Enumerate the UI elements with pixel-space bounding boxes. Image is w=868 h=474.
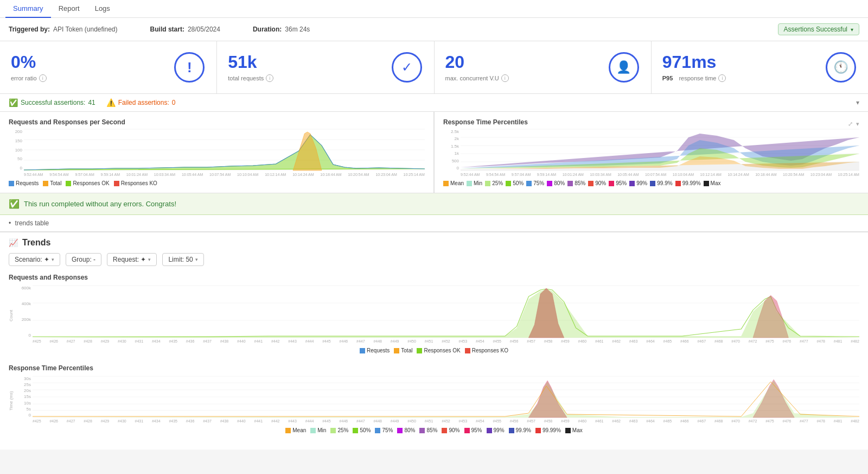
response-chart-title: Response Time Percentiles (9, 364, 859, 372)
metric-label-error: error ratio (11, 75, 37, 81)
limit-filter[interactable]: Limit: 50 ▾ (162, 253, 203, 266)
expand-icon[interactable]: ⤢ (848, 121, 853, 128)
requests-chart-title: Requests and Responses (9, 274, 859, 281)
failed-assertions: ⚠️ Failed assertions: 0 (106, 98, 176, 107)
trends-requests-chart: Requests and Responses Count 600k400k200… (9, 274, 859, 353)
info-icon-error[interactable]: i (39, 74, 47, 82)
right-chart-legend: Mean Min 25% 50% 75% 80% 85% 90% 95% 99%… (443, 180, 859, 186)
tab-summary[interactable]: Summary (5, 0, 51, 18)
metric-card-error-ratio: 0% error ratio i ! (0, 41, 217, 93)
metric-cards-row: 0% error ratio i ! 51k total requests i … (0, 41, 868, 94)
right-chart-y-axis: 2.5k2k1.5k1k5000 (443, 129, 461, 178)
req-legend: Requests Total Responses OK Responses KO (9, 347, 859, 353)
assertions-bar: ✅ Successful assertions: 41 ⚠️ Failed as… (0, 94, 868, 112)
failed-assertions-count: 0 (172, 99, 176, 106)
tab-report[interactable]: Report (51, 0, 87, 18)
right-chart-title: Response Time Percentiles (443, 118, 528, 126)
metric-card-response-time: 971ms P95 response time i 🕐 (652, 41, 868, 93)
chevron-down-icon: ▾ (851, 27, 853, 33)
checkmark-circle-icon: ✅ (9, 98, 18, 107)
chart-expand-icons: ⤢ ▾ (848, 121, 859, 128)
info-icon-requests[interactable]: i (266, 74, 273, 82)
assertions-expand-icon[interactable]: ▾ (856, 99, 859, 106)
rt-x-axis: #425#426#427#428#429#430#431#434#435#436… (33, 419, 859, 423)
metric-icon-requests: ✓ (391, 51, 423, 84)
assertions-badge[interactable]: Assertions Successful ▾ (778, 23, 859, 35)
left-chart-area: 9:52:44 AM9:54:54 AM9:57:04 AM9:59:14 AM… (24, 129, 425, 178)
metric-value-requests: 51k (228, 53, 273, 72)
duration: Duration: 36m 24s (253, 26, 310, 33)
metric-value-vu: 20 (445, 53, 509, 72)
tab-logs[interactable]: Logs (87, 0, 118, 18)
svg-marker-24 (33, 289, 859, 338)
group-filter[interactable]: Group: - (66, 253, 101, 266)
triggered-value: API Token (undefined) (53, 26, 118, 33)
success-banner: ✅ This run completed without any errors.… (0, 193, 868, 215)
clock-icon: 🕐 (826, 52, 856, 83)
time-y-label: Time (ms) (9, 376, 12, 425)
metric-label-response: response time (679, 75, 716, 81)
assertions-badge-text: Assertions Successful (784, 26, 847, 33)
info-bar: Triggered by: API Token (undefined) Buil… (0, 18, 868, 41)
build-start: Build start: 28/05/2024 (150, 26, 220, 33)
req-chart-area: #425#426#427#428#429#430#431#434#435#436… (33, 286, 859, 345)
successful-assertions: ✅ Successful assertions: 41 (9, 98, 95, 107)
successful-assertions-label: Successful assertions: (21, 99, 85, 106)
charts-row: Requests and Responses per Second 200150… (0, 112, 868, 193)
rt-chart-area: #425#426#427#428#429#430#431#434#435#436… (33, 376, 859, 425)
right-chart-x-axis: 9:52:44 AM9:54:54 AM9:57:04 AM9:59:14 AM… (461, 173, 859, 176)
successful-assertions-count: 41 (88, 99, 95, 106)
scenario-filter[interactable]: Scenario: ✦ ▾ (9, 253, 60, 266)
metric-card-vu: 20 max. concurrent V.U i 👤 (435, 41, 652, 93)
req-y-axis: 600k400k200k0 (13, 286, 33, 345)
rt-legend: Mean Min 25% 50% 75% 80% 85% 90% 95% 99%… (9, 427, 859, 433)
svg-marker-5 (24, 135, 425, 170)
info-icon-vu[interactable]: i (501, 74, 509, 82)
chart-chevron-icon[interactable]: ▾ (856, 121, 859, 128)
metric-sublabel-p95: P95 (662, 75, 673, 81)
success-message: This run completed without any errors. C… (24, 200, 176, 208)
request-filter[interactable]: Request: ✦ ▾ (107, 253, 157, 266)
metric-icon-response: 🕐 (825, 51, 857, 84)
metric-card-total-requests: 51k total requests i ✓ (217, 41, 434, 93)
trends-table-link[interactable]: trends table (15, 219, 49, 227)
build-value: 28/05/2024 (188, 26, 220, 33)
left-chart-x-axis: 9:52:44 AM9:54:54 AM9:57:04 AM9:59:14 AM… (24, 173, 425, 176)
metric-value-error: 0% (11, 53, 47, 72)
metric-value-response: 971ms (662, 53, 726, 72)
trends-nav: • trends table (0, 215, 868, 232)
triggered-label: Triggered by: (9, 26, 50, 33)
metric-icon-vu: 👤 (608, 51, 640, 84)
response-time-chart-panel: Response Time Percentiles ⤢ ▾ 2.5k2k1.5k… (434, 112, 868, 193)
success-check-icon: ✅ (9, 199, 20, 209)
left-chart-y-axis: 200150100500 (9, 129, 24, 178)
limit-chevron-icon: ▾ (195, 257, 198, 262)
exclamation-icon: ! (174, 52, 205, 83)
triggered-by: Triggered by: API Token (undefined) (9, 26, 118, 33)
request-chevron-icon: ▾ (148, 257, 151, 262)
count-y-label: Count (9, 286, 12, 345)
trends-title: Trends (22, 238, 50, 248)
failed-assertions-label: Failed assertions: (118, 99, 169, 106)
rt-y-axis: 30s25s20s15s10s5s0 (13, 376, 33, 425)
user-icon: 👤 (609, 52, 639, 83)
bullet-icon: • (9, 219, 11, 227)
info-icon-response[interactable]: i (718, 74, 726, 82)
scenario-chevron-icon: ▾ (52, 257, 54, 262)
checkmark-icon: ✓ (392, 52, 422, 83)
build-label: Build start: (150, 26, 184, 33)
duration-value: 36m 24s (285, 26, 310, 33)
trends-response-chart: Response Time Percentiles Time (ms) 30s2… (9, 364, 859, 433)
left-chart-legend: Requests Total Responses OK Responses KO (9, 180, 425, 186)
trends-section: 📈 Trends Scenario: ✦ ▾ Group: - Request:… (0, 232, 868, 450)
metric-label-requests: total requests (228, 75, 264, 81)
warning-icon: ⚠️ (106, 98, 116, 107)
filters-row: Scenario: ✦ ▾ Group: - Request: ✦ ▾ Limi… (9, 253, 859, 266)
left-chart-title: Requests and Responses per Second (9, 118, 425, 126)
duration-label: Duration: (253, 26, 282, 33)
metric-icon-error: ! (173, 51, 206, 84)
metric-label-vu: max. concurrent V.U (445, 75, 499, 81)
trends-header: 📈 Trends (9, 238, 859, 248)
requests-responses-chart-panel: Requests and Responses per Second 200150… (0, 112, 434, 193)
right-chart-area: 9:52:44 AM9:54:54 AM9:57:04 AM9:59:14 AM… (461, 129, 859, 178)
